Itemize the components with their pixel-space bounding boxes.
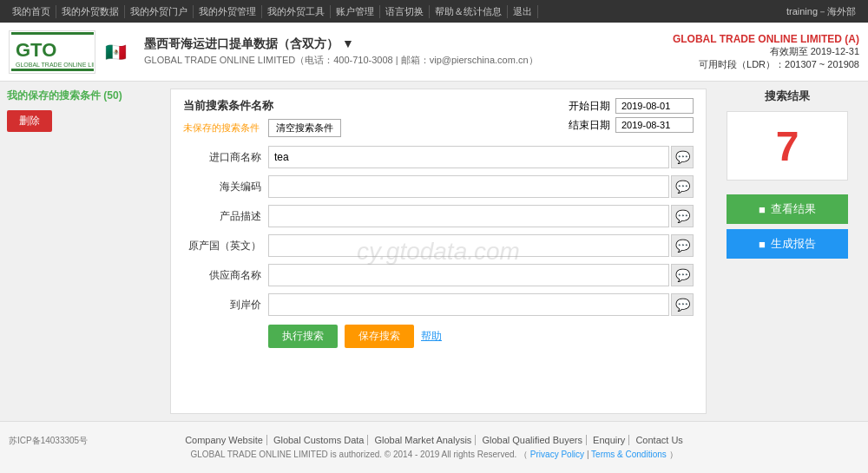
user-info: training－海外部 xyxy=(781,5,861,18)
field-label-3: 原产国（英文） xyxy=(183,239,261,253)
field-label-0: 进口商名称 xyxy=(183,150,261,165)
view-results-button[interactable]: ■ 查看结果 xyxy=(727,194,848,224)
chat-bubble-icon-5: 💬 xyxy=(675,268,690,282)
svg-rect-4 xyxy=(11,69,94,71)
end-date-input[interactable] xyxy=(615,117,694,133)
privacy-policy-link[interactable]: Privacy Policy xyxy=(530,450,584,459)
chat-bubble-icon: 💬 xyxy=(675,150,690,164)
generate-report-label: 生成报告 xyxy=(771,236,816,252)
delete-button[interactable]: 删除 xyxy=(7,110,52,132)
footer-contact-us[interactable]: Contact Us xyxy=(632,435,686,445)
supplier-name-input[interactable] xyxy=(268,264,669,286)
right-results-panel: 搜索结果 7 ■ 查看结果 ■ 生成报告 xyxy=(713,89,861,414)
landed-price-chat-icon[interactable]: 💬 xyxy=(671,293,694,316)
generate-report-icon: ■ xyxy=(759,238,766,251)
footer-enquiry[interactable]: Enquiry xyxy=(589,435,629,445)
landed-price-input[interactable] xyxy=(268,293,669,316)
footer-copyright: GLOBAL TRADE ONLINE LIMITED is authorize… xyxy=(190,449,677,461)
top-navigation: 我的首页 我的外贸数据 我的外贸门户 我的外贸管理 我的外贸工具 账户管理 语言… xyxy=(0,0,868,23)
nav-language[interactable]: 语言切换 xyxy=(380,5,430,18)
generate-report-button[interactable]: ■ 生成报告 xyxy=(727,229,848,259)
start-date-input[interactable] xyxy=(615,98,694,114)
chat-bubble-icon-6: 💬 xyxy=(675,298,690,312)
result-count-box: 7 xyxy=(727,111,848,181)
origin-country-input[interactable] xyxy=(268,234,669,257)
copyright-end: ） xyxy=(669,450,678,459)
logo-box: GTO GLOBAL TRADE ONLINE LIMITED xyxy=(9,30,95,74)
nav-management[interactable]: 我的外贸管理 xyxy=(194,5,262,18)
search-results-title: 搜索结果 xyxy=(765,89,810,104)
left-sidebar: 我的保存的搜索条件 (50) 删除 xyxy=(7,89,163,414)
field-row-5: 到岸价 💬 xyxy=(183,293,694,316)
customs-chat-icon[interactable]: 💬 xyxy=(671,175,694,198)
ldr-info: 可用时段（LDR）：201307 ~ 201908 xyxy=(673,58,859,71)
chat-bubble-icon-4: 💬 xyxy=(675,239,690,253)
customs-code-input[interactable] xyxy=(268,175,669,198)
svg-text:GTO: GTO xyxy=(16,39,56,61)
company-contact-info: GLOBAL TRADE ONLINE LIMITED（电话：400-710-3… xyxy=(144,54,538,67)
logo-area: GTO GLOBAL TRADE ONLINE LIMITED 🇲🇽 xyxy=(9,30,135,74)
field-label-4: 供应商名称 xyxy=(183,268,261,283)
view-results-label: 查看结果 xyxy=(771,201,816,217)
origin-chat-icon[interactable]: 💬 xyxy=(671,234,694,257)
nav-home[interactable]: 我的首页 xyxy=(7,5,56,18)
end-date-label: 结束日期 xyxy=(569,118,610,133)
product-description-input[interactable] xyxy=(268,205,669,227)
footer-links: Company Website Global Customs Data Glob… xyxy=(181,435,687,445)
form-actions: 执行搜索 保存搜索 帮助 xyxy=(268,325,694,348)
nav-account[interactable]: 账户管理 xyxy=(331,5,380,18)
gto-logo-svg: GTO GLOBAL TRADE ONLINE LIMITED xyxy=(11,32,94,71)
saved-searches-title: 我的保存的搜索条件 (50) xyxy=(7,89,163,103)
form-top-right: 开始日期 结束日期 xyxy=(569,98,694,133)
form-top-left: 当前搜索条件名称 未保存的搜索条件 清空搜索条件 xyxy=(183,98,341,137)
form-top-row: 当前搜索条件名称 未保存的搜索条件 清空搜索条件 开始日期 结束日期 xyxy=(183,98,694,137)
nav-tools[interactable]: 我的外贸工具 xyxy=(262,5,331,18)
field-label-2: 产品描述 xyxy=(183,209,261,224)
field-row-3: 原产国（英文） 💬 xyxy=(183,234,694,257)
importer-name-input[interactable] xyxy=(268,146,669,168)
unsaved-label: 未保存的搜索条件 xyxy=(183,122,260,135)
field-row-0: 进口商名称 💬 xyxy=(183,146,694,168)
footer-global-market[interactable]: Global Market Analysis xyxy=(371,435,476,445)
footer: 苏ICP备14033305号 Company Website Global Cu… xyxy=(0,421,868,473)
header: GTO GLOBAL TRADE ONLINE LIMITED 🇲🇽 墨西哥海运… xyxy=(0,23,868,82)
footer-global-customs[interactable]: Global Customs Data xyxy=(270,435,369,445)
validity-date: 有效期至 2019-12-31 xyxy=(673,45,859,58)
footer-wrapper: 苏ICP备14033305号 Company Website Global Cu… xyxy=(9,435,859,461)
footer-company-website[interactable]: Company Website xyxy=(181,435,267,445)
importer-chat-icon[interactable]: 💬 xyxy=(671,146,694,168)
page-main-title: 墨西哥海运进口提单数据（含双方） ▼ xyxy=(144,36,538,52)
chat-bubble-icon-2: 💬 xyxy=(675,180,690,194)
chat-bubble-icon-3: 💬 xyxy=(675,209,690,223)
footer-global-qualified-buyers[interactable]: Global Qualified Buyers xyxy=(478,435,587,445)
supplier-chat-icon[interactable]: 💬 xyxy=(671,264,694,286)
field-label-5: 到岸价 xyxy=(183,298,261,312)
nav-portal[interactable]: 我的外贸门户 xyxy=(125,5,194,18)
view-results-icon: ■ xyxy=(759,203,766,216)
start-date-label: 开始日期 xyxy=(569,99,610,114)
field-row-4: 供应商名称 💬 xyxy=(183,264,694,286)
save-search-button[interactable]: 保存搜索 xyxy=(345,325,414,348)
execute-search-button[interactable]: 执行搜索 xyxy=(268,325,338,348)
start-date-row: 开始日期 xyxy=(569,98,694,114)
header-title-area: 墨西哥海运进口提单数据（含双方） ▼ GLOBAL TRADE ONLINE L… xyxy=(144,36,538,67)
search-form: cy.gtodata.com 当前搜索条件名称 未保存的搜索条件 清空搜索条件 … xyxy=(170,89,707,414)
svg-rect-3 xyxy=(11,32,94,35)
terms-conditions-link[interactable]: Terms & Conditions xyxy=(591,450,667,459)
svg-text:GLOBAL TRADE ONLINE LIMITED: GLOBAL TRADE ONLINE LIMITED xyxy=(16,62,94,68)
title-arrow[interactable]: ▼ xyxy=(342,36,354,50)
clear-search-button[interactable]: 清空搜索条件 xyxy=(268,119,341,137)
copyright-text: GLOBAL TRADE ONLINE LIMITED is authorize… xyxy=(190,450,528,459)
nav-logout[interactable]: 退出 xyxy=(508,5,538,18)
help-button[interactable]: 帮助 xyxy=(421,325,442,348)
icp-number: 苏ICP备14033305号 xyxy=(9,435,88,447)
field-label-1: 海关编码 xyxy=(183,180,261,194)
product-chat-icon[interactable]: 💬 xyxy=(671,205,694,227)
nav-trade-data[interactable]: 我的外贸数据 xyxy=(56,5,125,18)
account-company-name: GLOBAL TRADE ONLINE LIMITED (A) xyxy=(673,33,859,45)
header-right-info: GLOBAL TRADE ONLINE LIMITED (A) 有效期至 201… xyxy=(673,33,859,71)
country-flag: 🇲🇽 xyxy=(102,39,128,65)
nav-help[interactable]: 帮助＆统计信息 xyxy=(430,5,508,18)
form-section-title: 当前搜索条件名称 xyxy=(183,98,341,114)
result-count: 7 xyxy=(776,122,799,170)
